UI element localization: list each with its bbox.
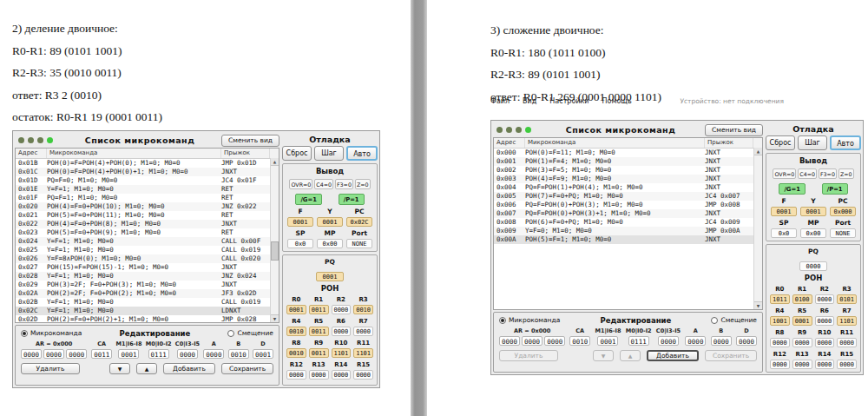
edit-field-group: B0010: [228, 340, 249, 359]
edit-panel: Микрокоманда Редактирование Смещение AR …: [493, 312, 763, 373]
table-row[interactable]: 0x006PQ=F=РОН(0)+РОН(3); M1=0; M0=0JMP 0…: [494, 201, 753, 209]
table-row[interactable]: 0x004PQ=F=РОН(1)+РОН(4); M1=0; M0=0JNXT: [494, 183, 753, 192]
register-value-r11: 1101: [353, 348, 373, 358]
table-row[interactable]: 0x01CРОН(0)=F=РОН(4)+РОН(0)+1; M1=0; M0=…: [16, 168, 270, 176]
register-label: R7: [353, 318, 373, 325]
table-row[interactable]: 0x029РОН(3)=2F; F=0+РОН(3); M1=0; M0=0JN…: [16, 281, 270, 289]
edit-field-input[interactable]: 0001: [253, 349, 273, 359]
table-row[interactable]: 0x028Y=F=1; M1=0; M0=0JNZ 0x024: [16, 272, 270, 281]
table-row[interactable]: 0x01BРОН(0)=F=РОН(4)+РОН(0); M1=0; M0=0J…: [16, 159, 270, 168]
edit-field-input[interactable]: 0001: [597, 336, 618, 346]
table-row[interactable]: 0x000РОН(0)=F=11; M1=0; M0=0JNXT: [494, 149, 753, 157]
edit-field-input[interactable]: 0000: [685, 336, 706, 346]
table-row[interactable]: 0x022РОН(4)=F=0+РОН(8); M1=0; M0=0JNXT: [16, 220, 270, 228]
reset-button[interactable]: Сброс: [282, 146, 312, 161]
scroll-down-icon[interactable]: ▼: [271, 314, 279, 322]
edit-field-input[interactable]: 0011: [91, 349, 112, 359]
delete-button[interactable]: Удалить: [21, 363, 80, 374]
row-microcommand: РОН(5)=F=0+РОН(9); M1=0; M0=0: [47, 228, 221, 237]
ar-value-field[interactable]: 0000: [522, 336, 542, 346]
scrollbar-thumb[interactable]: [271, 241, 279, 261]
table-row[interactable]: 0x007PQ=F=РОН(0)+РОН(3)+1; M1=0; M0=0JNX…: [494, 209, 753, 218]
ar-value-field[interactable]: 0000: [66, 349, 87, 359]
microcommand-table: Адрес Микрокоманда Прыжок 0x01BРОН(0)=F=…: [15, 148, 279, 323]
edit-field-label: C0|I3-I5: [175, 340, 200, 347]
column-header-command: Микрокоманда: [525, 138, 705, 148]
table-scrollbar[interactable]: ▲ ▼: [270, 158, 279, 322]
table-row[interactable]: 0x020РОН(4)=F=0+РОН(10); M1=0; M0=0JNZ 0…: [16, 202, 270, 211]
scroll-down-icon[interactable]: ▼: [754, 301, 762, 309]
change-view-button[interactable]: Сменить вид: [221, 135, 279, 147]
table-row[interactable]: 0x027РОН(15)=F=РОН(15)-1; M1=0; M0=0JNXT: [16, 263, 270, 272]
change-view-button[interactable]: Сменить вид: [705, 124, 763, 136]
edit-field-input[interactable]: 0000: [711, 336, 732, 346]
edit-field-input[interactable]: 0000: [203, 349, 224, 359]
table-row[interactable]: 0x003РОН(4)=F=9; M1=0; M0=0JNXT: [494, 175, 753, 183]
edit-field-label: B: [236, 340, 240, 347]
row-microcommand: PQ=F=РОН(1)+РОН(4); M1=0; M0=0: [525, 183, 705, 192]
edit-field-group: B0000: [711, 327, 732, 346]
save-button[interactable]: Сохранить: [221, 363, 273, 374]
table-row[interactable]: 0x01DPQ=F=0; M1=0; M0=0JC4 0x01F: [16, 176, 270, 185]
move-up-button[interactable]: ▲: [136, 363, 157, 374]
value-label: SP: [771, 219, 797, 227]
scroll-up-icon[interactable]: ▲: [754, 148, 762, 155]
menu-item[interactable]: Вид: [523, 97, 536, 105]
table-row[interactable]: 0x001РОН(1)=F=4; M1=0; M0=0JNXT: [494, 157, 753, 166]
table-row[interactable]: 0x02DРОН(2)=F=0+РОН(2)+1; M1=0; M0=0JMP …: [16, 315, 270, 322]
edit-field-input[interactable]: 0010: [569, 336, 590, 346]
table-row[interactable]: 0x02AРОН(2)=2F; F=0+РОН(2); M1=0; M0=0JF…: [16, 289, 270, 298]
add-button[interactable]: Добавить: [647, 350, 699, 361]
menu-item[interactable]: Файл: [490, 97, 510, 105]
status-dot-icon: [37, 137, 43, 143]
table-row[interactable]: 0x026Y=F=8∧РОН(0); M1=0; M0=0CALL 0x020: [16, 254, 270, 263]
microcommand-radio[interactable]: [499, 317, 506, 324]
move-down-button[interactable]: ▼: [109, 363, 130, 374]
table-row[interactable]: 0x02BY=F=1; M1=0; M0=0CALL 0x019: [16, 298, 270, 307]
table-row[interactable]: 0x024Y=F=1; M1=0; M0=0CALL 0x00F: [16, 237, 270, 246]
ar-value-field[interactable]: 0000: [499, 336, 520, 346]
reset-button[interactable]: Сброс: [766, 135, 795, 150]
table-row[interactable]: 0x025Y=F=1; M1=0; M0=0CALL 0x019: [16, 246, 270, 254]
table-row[interactable]: 0x005РОН(7)=F=0+PQ; M1=0; M0=0JC4 0x007: [494, 192, 753, 201]
microcommand-radio[interactable]: [21, 330, 28, 337]
step-button[interactable]: Шаг: [798, 135, 827, 150]
menu-item[interactable]: Помощь: [602, 97, 632, 105]
edit-field-input[interactable]: 0000: [658, 336, 679, 346]
column-header-address: Адрес: [16, 149, 47, 158]
edit-field-input[interactable]: 0111: [148, 349, 169, 359]
ar-value-field[interactable]: 0000: [21, 349, 42, 359]
row-jump: CALL 0x019: [221, 298, 270, 307]
edit-field-input[interactable]: 0000: [736, 336, 757, 346]
edit-field-input[interactable]: 0111: [628, 336, 649, 346]
table-row[interactable]: 0x023РОН(5)=F=0+РОН(9); M1=0; M0=0RET: [16, 228, 270, 237]
offset-radio[interactable]: [227, 330, 234, 337]
step-button[interactable]: Шаг: [314, 146, 344, 161]
window-title: Список микрокоманд: [58, 135, 221, 145]
menu-item[interactable]: Настройки: [549, 97, 589, 105]
table-row[interactable]: 0x01EY=F=1; M1=0; M0=0RET: [16, 185, 270, 194]
register-value-r12: 0000: [770, 360, 790, 369]
edit-field-input[interactable]: 0000: [177, 349, 198, 359]
table-row[interactable]: 0x021РОН(5)=F=0+РОН(11); M1=0; M0=0RET: [16, 211, 270, 220]
offset-radio[interactable]: [711, 317, 718, 324]
edit-field-input[interactable]: 0010: [228, 349, 249, 359]
table-row[interactable]: 0x009Y=F=0; M1=0; M0=0JMP 0x00A: [494, 227, 753, 235]
auto-button[interactable]: Авто: [830, 135, 861, 150]
table-row[interactable]: 0x02CY=F=1; M1=0; M0=0LDNXT: [16, 307, 270, 315]
row-microcommand: РОН(4)=F=0+РОН(10); M1=0; M0=0: [47, 202, 221, 211]
table-row[interactable]: 0x00AРОН(5)=F=1; M1=0; M0=0JNXT: [494, 235, 753, 244]
table-scrollbar[interactable]: ▲ ▼: [753, 148, 762, 309]
ar-value-field[interactable]: 0000: [43, 349, 64, 359]
table-row[interactable]: 0x01FPQ=F=1; M1=0; M0=0RET: [16, 194, 270, 202]
value-label: Y: [317, 208, 343, 215]
table-row[interactable]: 0x008РОН(6)=F=0+PQ; M1=0; M0=0JC4 0x009: [494, 218, 753, 227]
ar-value-field[interactable]: 0000: [544, 336, 565, 346]
scroll-up-icon[interactable]: ▲: [271, 158, 279, 166]
table-row[interactable]: 0x002РОН(3)=F=5; M1=0; M0=0JNXT: [494, 166, 753, 175]
register-label: R3: [353, 296, 373, 303]
row-address: 0x027: [16, 263, 47, 272]
edit-field-input[interactable]: 0001: [118, 349, 139, 359]
auto-button[interactable]: Авто: [346, 146, 378, 161]
add-button[interactable]: Добавить: [163, 363, 215, 374]
